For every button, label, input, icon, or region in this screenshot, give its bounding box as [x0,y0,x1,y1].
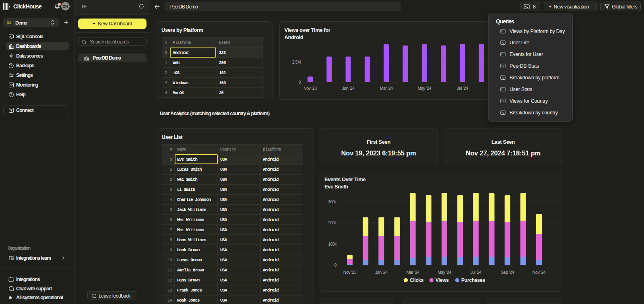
svg-text:Nov '23: Nov '23 [343,270,357,275]
svg-text:May '24: May '24 [438,270,451,275]
svg-text:300k: 300k [328,200,337,204]
svg-text:100k: 100k [328,242,337,246]
svg-text:0: 0 [299,80,301,85]
svg-text:2.5M: 2.5M [292,60,301,64]
svg-text:Jan '24: Jan '24 [375,270,388,275]
svg-text:Views: Views [436,277,449,283]
svg-text:Mar '24: Mar '24 [407,270,419,275]
svg-text:Nov '24: Nov '24 [533,270,546,275]
svg-text:Jul '24: Jul '24 [457,86,468,91]
svg-text:Sep '24: Sep '24 [501,270,514,275]
svg-text:May '24: May '24 [417,86,431,91]
svg-text:0: 0 [334,263,337,267]
svg-text:Jul '24: Jul '24 [471,270,482,275]
svg-text:Purchases: Purchases [461,277,485,283]
svg-text:Jan '24: Jan '24 [342,86,355,91]
svg-text:Clicks: Clicks [410,277,424,283]
svg-text:200k: 200k [328,221,337,225]
svg-text:Nov '23: Nov '23 [303,86,317,91]
svg-text:Mar '24: Mar '24 [380,86,393,91]
